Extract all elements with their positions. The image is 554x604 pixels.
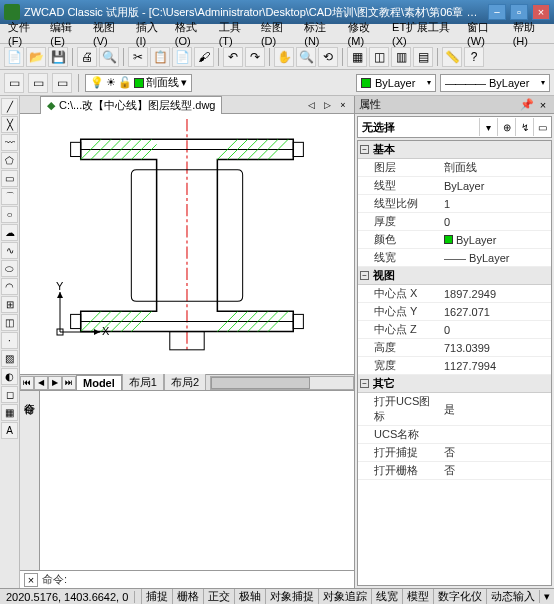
property-row[interactable]: 线型比例1 [358,195,551,213]
property-row[interactable]: 颜色ByLayer [358,231,551,249]
menu-item[interactable]: 标注(N) [300,18,341,49]
property-row[interactable]: 图层剖面线 [358,159,551,177]
save-button[interactable]: 💾 [48,47,68,67]
prop-value[interactable]: ByLayer [440,231,551,248]
pline-tool[interactable]: 〰 [1,134,18,151]
ellipsearc-tool[interactable]: ◠ [1,278,18,295]
property-row[interactable]: 线型ByLayer [358,177,551,195]
layer-prev-button[interactable]: ▭ [52,73,72,93]
tab-last[interactable]: ⏭ [62,376,76,390]
property-row[interactable]: 中心点 X1897.2949 [358,285,551,303]
chevron-down-icon[interactable]: ▾ [479,118,497,136]
status-toggle[interactable]: 线宽 [371,589,402,604]
block-tool[interactable]: ◫ [1,314,18,331]
status-toggle[interactable]: 正交 [203,589,234,604]
insert-tool[interactable]: ⊞ [1,296,18,313]
property-row[interactable]: 中心点 Y1627.071 [358,303,551,321]
command-line[interactable]: × 命令: [20,570,354,588]
menu-item[interactable]: ET扩展工具(X) [388,18,461,49]
ellipse-tool[interactable]: ⬭ [1,260,18,277]
property-grid[interactable]: −基本图层剖面线线型ByLayer线型比例1厚度0颜色ByLayer线宽—— B… [357,140,552,586]
property-row[interactable]: 中心点 Z0 [358,321,551,339]
property-row[interactable]: 高度713.0399 [358,339,551,357]
property-row[interactable]: 线宽—— ByLayer [358,249,551,267]
help-button[interactable]: ? [464,47,484,67]
layer-states-button[interactable]: ▭ [28,73,48,93]
paste-button[interactable]: 📄 [172,47,192,67]
table-tool[interactable]: ▦ [1,404,18,421]
menu-item[interactable]: 窗口(W) [463,18,507,49]
property-row[interactable]: 打开捕捉否 [358,444,551,462]
prop-value[interactable]: 1897.2949 [440,285,551,302]
tab-next[interactable]: ▷ [320,98,334,112]
status-toggle[interactable]: 对象捕捉 [265,589,318,604]
property-group[interactable]: −基本 [358,141,551,159]
status-toggle[interactable]: 模型 [402,589,433,604]
prop-value[interactable]: ByLayer [440,177,551,194]
redo-button[interactable]: ↷ [245,47,265,67]
tab-prev[interactable]: ◁ [304,98,318,112]
zoom-button[interactable]: 🔍 [296,47,316,67]
linetype-combo[interactable]: ———— ByLayer ▾ [440,74,550,92]
status-toggle[interactable]: 栅格 [172,589,203,604]
drawing-canvas[interactable]: X Y [20,114,354,374]
properties-button[interactable]: ▦ [347,47,367,67]
pan-button[interactable]: ✋ [274,47,294,67]
calc-button[interactable]: ▤ [413,47,433,67]
h-scrollbar[interactable] [210,376,354,390]
property-group[interactable]: −其它 [358,375,551,393]
prop-value[interactable]: 否 [440,444,551,461]
point-tool[interactable]: · [1,332,18,349]
property-row[interactable]: 厚度0 [358,213,551,231]
command-history-body[interactable] [40,391,354,570]
undo-button[interactable]: ↶ [223,47,243,67]
tab-next[interactable]: ▶ [48,376,62,390]
selectobj-icon[interactable]: ▭ [533,118,551,136]
menu-item[interactable]: 工具(T) [215,18,255,49]
rect-tool[interactable]: ▭ [1,170,18,187]
collapse-icon[interactable]: − [360,145,369,154]
menu-item[interactable]: 帮助(H) [509,18,550,49]
designcenter-button[interactable]: ◫ [369,47,389,67]
menu-item[interactable]: 编辑(E) [46,18,87,49]
cut-button[interactable]: ✂ [128,47,148,67]
prop-value[interactable]: 是 [440,393,551,425]
property-row[interactable]: 打开UCS图标是 [358,393,551,426]
line-tool[interactable]: ╱ [1,98,18,115]
revcloud-tool[interactable]: ☁ [1,224,18,241]
selection-combo[interactable]: 无选择 ▾ ⊕ ↯ ▭ [357,116,552,138]
property-row[interactable]: UCS名称 [358,426,551,444]
collapse-icon[interactable]: − [360,271,369,280]
gradient-tool[interactable]: ◐ [1,368,18,385]
menu-item[interactable]: 插入(I) [132,18,169,49]
model-tab[interactable]: Model [76,375,122,391]
status-toggle[interactable]: 捕捉 [141,589,172,604]
pickadd-icon[interactable]: ↯ [515,118,533,136]
region-tool[interactable]: ◻ [1,386,18,403]
panel-close-icon[interactable]: × [536,98,550,112]
matchprop-button[interactable]: 🖌 [194,47,214,67]
prop-value[interactable]: 713.0399 [440,339,551,356]
quickselect-icon[interactable]: ⊕ [497,118,515,136]
color-combo[interactable]: ByLayer ▾ [356,74,436,92]
document-tab[interactable]: ◆ C:\...改【中心线】图层线型.dwg [40,96,222,114]
spline-tool[interactable]: ∿ [1,242,18,259]
menu-item[interactable]: 文件(F) [4,18,44,49]
property-row[interactable]: 打开栅格否 [358,462,551,480]
command-clear-icon[interactable]: × [24,573,38,587]
xline-tool[interactable]: ╳ [1,116,18,133]
copy-button[interactable]: 📋 [150,47,170,67]
open-button[interactable]: 📂 [26,47,46,67]
collapse-icon[interactable]: − [360,379,369,388]
menu-item[interactable]: 视图(V) [89,18,130,49]
arc-tool[interactable]: ⌒ [1,188,18,205]
prop-value[interactable]: 1627.071 [440,303,551,320]
preview-button[interactable]: 🔍 [99,47,119,67]
tab-first[interactable]: ⏮ [20,376,34,390]
status-toggle[interactable]: 数字化仪 [433,589,486,604]
prop-value[interactable] [440,426,551,443]
prop-value[interactable]: 1127.7994 [440,357,551,374]
prop-value[interactable]: 剖面线 [440,159,551,176]
status-menu-icon[interactable]: ▾ [539,590,554,603]
layer-combo[interactable]: 💡 ☀ 🔓 剖面线 ▾ [85,74,192,92]
